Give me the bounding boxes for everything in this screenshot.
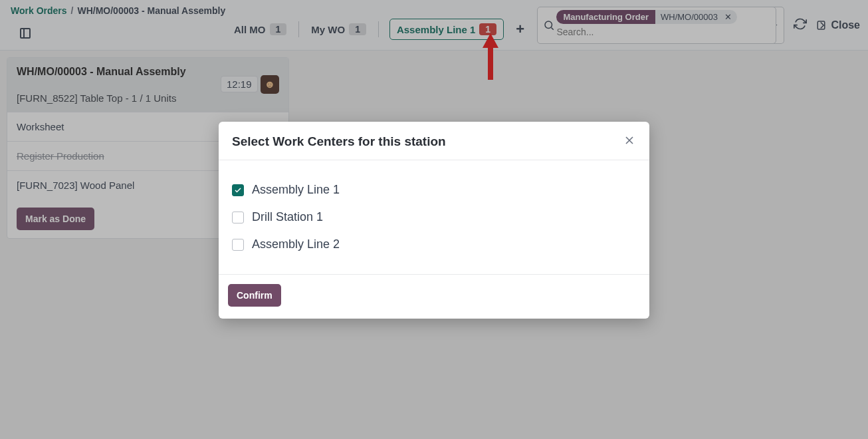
work-center-label: Drill Station 1 bbox=[252, 210, 323, 224]
work-center-option[interactable]: Assembly Line 2 bbox=[232, 231, 636, 258]
work-center-option[interactable]: Assembly Line 1 bbox=[232, 176, 636, 204]
work-center-option[interactable]: Drill Station 1 bbox=[232, 204, 636, 231]
checkbox-checked-icon[interactable] bbox=[232, 184, 244, 196]
modal-body: Assembly Line 1 Drill Station 1 Assembly… bbox=[219, 160, 649, 274]
modal-title: Select Work Centers for this station bbox=[232, 134, 446, 149]
checkbox-unchecked-icon[interactable] bbox=[232, 212, 244, 223]
modal-overlay: Select Work Centers for this station Ass… bbox=[0, 0, 868, 439]
checkbox-unchecked-icon[interactable] bbox=[232, 239, 244, 251]
modal-close-button[interactable] bbox=[623, 134, 636, 149]
select-work-centers-modal: Select Work Centers for this station Ass… bbox=[219, 122, 649, 319]
work-center-label: Assembly Line 2 bbox=[252, 237, 340, 251]
confirm-button[interactable]: Confirm bbox=[228, 284, 281, 307]
work-center-label: Assembly Line 1 bbox=[252, 183, 340, 197]
